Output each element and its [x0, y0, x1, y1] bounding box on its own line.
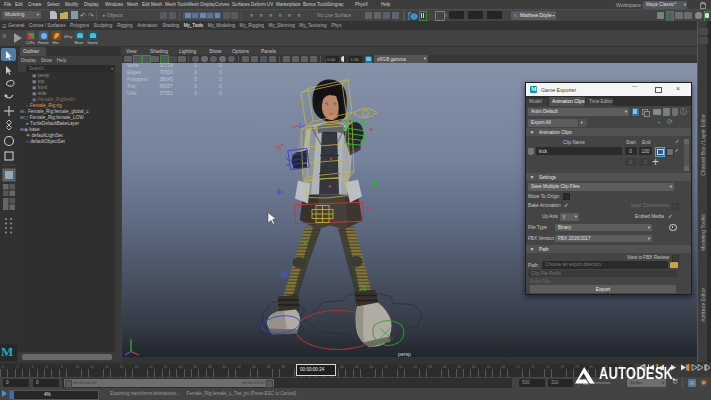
svg-text:persp: persp	[398, 350, 411, 356]
